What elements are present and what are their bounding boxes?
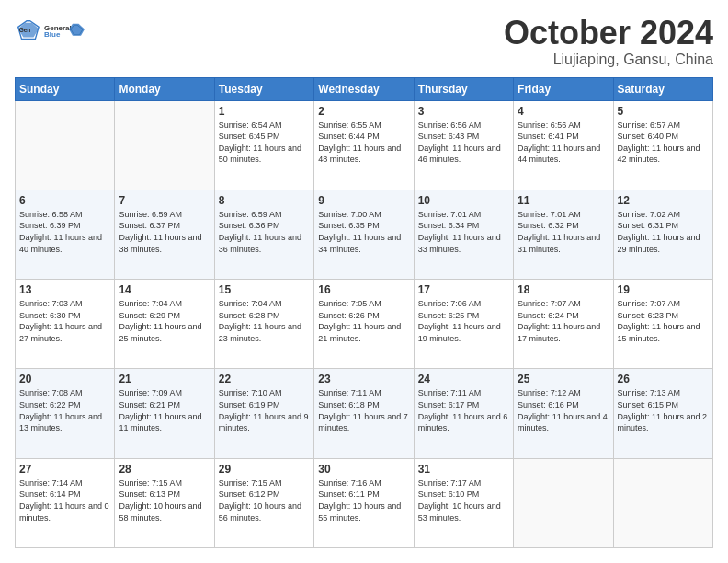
sunrise-label: Sunrise: 6:58 AM	[19, 210, 83, 219]
title-area: October 2024 Liujiaping, Gansu, China	[504, 15, 713, 68]
day-number: 5	[618, 105, 709, 118]
day-number: 8	[219, 194, 310, 207]
sunset-label: Sunset: 6:26 PM	[318, 311, 380, 320]
day-detail: Sunrise: 6:59 AM Sunset: 6:37 PM Dayligh…	[119, 209, 210, 255]
day-detail: Sunrise: 7:16 AM Sunset: 6:11 PM Dayligh…	[318, 477, 409, 523]
sunrise-label: Sunrise: 7:01 AM	[518, 210, 581, 219]
calendar-cell: 3 Sunrise: 6:56 AM Sunset: 6:43 PM Dayli…	[414, 100, 513, 190]
daylight-label: Daylight: 11 hours and 48 minutes.	[318, 144, 401, 165]
sunset-label: Sunset: 6:40 PM	[618, 132, 679, 141]
calendar-cell: 23 Sunrise: 7:11 AM Sunset: 6:18 PM Dayl…	[314, 369, 414, 458]
calendar-cell: 25 Sunrise: 7:12 AM Sunset: 6:16 PM Dayl…	[514, 369, 613, 458]
daylight-label: Daylight: 11 hours and 0 minutes.	[19, 501, 109, 523]
day-number: 24	[418, 373, 509, 385]
day-detail: Sunrise: 7:15 AM Sunset: 6:13 PM Dayligh…	[119, 477, 210, 523]
day-number: 30	[318, 463, 409, 476]
sunset-label: Sunset: 6:12 PM	[219, 489, 280, 499]
day-detail: Sunrise: 7:00 AM Sunset: 6:35 PM Dayligh…	[318, 209, 409, 255]
day-number: 4	[518, 105, 609, 118]
sunrise-label: Sunrise: 6:56 AM	[518, 121, 581, 130]
calendar-cell	[613, 458, 712, 547]
day-number: 1	[219, 105, 310, 118]
calendar-week-4: 20 Sunrise: 7:08 AM Sunset: 6:22 PM Dayl…	[16, 369, 713, 458]
calendar-cell: 14 Sunrise: 7:04 AM Sunset: 6:29 PM Dayl…	[115, 280, 214, 369]
sunrise-label: Sunrise: 7:09 AM	[119, 388, 182, 397]
daylight-label: Daylight: 11 hours and 44 minutes.	[518, 144, 600, 165]
daylight-label: Daylight: 11 hours and 46 minutes.	[418, 144, 501, 165]
sunset-label: Sunset: 6:35 PM	[318, 221, 380, 230]
sunrise-label: Sunrise: 7:10 AM	[219, 388, 282, 397]
header-cell-wednesday: Wednesday	[314, 77, 414, 100]
sunrise-label: Sunrise: 6:55 AM	[318, 121, 381, 130]
day-detail: Sunrise: 7:01 AM Sunset: 6:34 PM Dayligh…	[418, 209, 509, 255]
sunrise-label: Sunrise: 7:00 AM	[318, 210, 381, 219]
sunrise-label: Sunrise: 7:11 AM	[318, 388, 381, 397]
sunset-label: Sunset: 6:37 PM	[119, 221, 180, 230]
day-detail: Sunrise: 6:57 AM Sunset: 6:40 PM Dayligh…	[618, 120, 709, 166]
sunrise-label: Sunrise: 7:04 AM	[219, 299, 282, 308]
logo-text-block: General Blue	[44, 15, 85, 47]
sunrise-label: Sunrise: 7:07 AM	[518, 299, 581, 308]
day-number: 31	[418, 463, 509, 476]
sunrise-label: Sunrise: 7:15 AM	[119, 478, 182, 488]
day-number: 25	[518, 373, 609, 385]
day-number: 15	[219, 283, 310, 296]
daylight-label: Daylight: 11 hours and 17 minutes.	[518, 322, 600, 343]
sunset-label: Sunset: 6:15 PM	[618, 400, 679, 409]
calendar-cell: 1 Sunrise: 6:54 AM Sunset: 6:45 PM Dayli…	[214, 100, 313, 190]
sunrise-label: Sunrise: 7:15 AM	[219, 478, 282, 488]
day-number: 11	[518, 194, 609, 207]
calendar-cell: 22 Sunrise: 7:10 AM Sunset: 6:19 PM Dayl…	[214, 369, 313, 458]
day-detail: Sunrise: 7:01 AM Sunset: 6:32 PM Dayligh…	[518, 209, 609, 255]
daylight-label: Daylight: 11 hours and 9 minutes.	[219, 412, 309, 433]
sunset-label: Sunset: 6:10 PM	[418, 489, 480, 499]
day-detail: Sunrise: 6:56 AM Sunset: 6:43 PM Dayligh…	[418, 120, 509, 166]
daylight-label: Daylight: 11 hours and 36 minutes.	[219, 233, 301, 254]
daylight-label: Daylight: 11 hours and 19 minutes.	[418, 322, 501, 343]
day-detail: Sunrise: 6:58 AM Sunset: 6:39 PM Dayligh…	[19, 209, 110, 255]
calendar-cell: 19 Sunrise: 7:07 AM Sunset: 6:23 PM Dayl…	[613, 280, 712, 369]
day-number: 10	[418, 194, 509, 207]
day-number: 9	[318, 194, 409, 207]
header: Gen General Blue October 2024 Liujiaping…	[15, 15, 713, 68]
logo-svg: General Blue	[44, 15, 85, 47]
calendar-cell	[115, 100, 214, 190]
day-number: 13	[19, 283, 110, 296]
sunrise-label: Sunrise: 7:08 AM	[19, 388, 83, 397]
day-detail: Sunrise: 7:04 AM Sunset: 6:29 PM Dayligh…	[119, 298, 210, 344]
calendar-cell: 20 Sunrise: 7:08 AM Sunset: 6:22 PM Dayl…	[16, 369, 115, 458]
daylight-label: Daylight: 11 hours and 31 minutes.	[518, 233, 600, 254]
daylight-label: Daylight: 11 hours and 6 minutes.	[418, 412, 508, 433]
calendar-cell: 9 Sunrise: 7:00 AM Sunset: 6:35 PM Dayli…	[314, 190, 414, 279]
sunset-label: Sunset: 6:13 PM	[119, 489, 180, 499]
sunrise-label: Sunrise: 7:07 AM	[618, 299, 681, 308]
day-detail: Sunrise: 7:06 AM Sunset: 6:25 PM Dayligh…	[418, 298, 509, 344]
sunset-label: Sunset: 6:43 PM	[418, 132, 480, 141]
day-detail: Sunrise: 7:09 AM Sunset: 6:21 PM Dayligh…	[119, 387, 210, 433]
sunset-label: Sunset: 6:21 PM	[119, 400, 180, 409]
sunrise-label: Sunrise: 6:54 AM	[219, 121, 282, 130]
day-detail: Sunrise: 7:10 AM Sunset: 6:19 PM Dayligh…	[219, 387, 310, 433]
calendar-cell	[16, 100, 115, 190]
sunrise-label: Sunrise: 7:12 AM	[518, 388, 581, 397]
calendar-cell: 28 Sunrise: 7:15 AM Sunset: 6:13 PM Dayl…	[115, 458, 214, 547]
daylight-label: Daylight: 11 hours and 21 minutes.	[318, 322, 401, 343]
header-cell-thursday: Thursday	[414, 77, 513, 100]
calendar-cell	[514, 458, 613, 547]
calendar-cell: 31 Sunrise: 7:17 AM Sunset: 6:10 PM Dayl…	[414, 458, 513, 547]
sunset-label: Sunset: 6:45 PM	[219, 132, 280, 141]
sunset-label: Sunset: 6:24 PM	[518, 311, 579, 320]
day-detail: Sunrise: 7:14 AM Sunset: 6:14 PM Dayligh…	[19, 477, 110, 523]
day-number: 29	[219, 463, 310, 476]
day-detail: Sunrise: 7:04 AM Sunset: 6:28 PM Dayligh…	[219, 298, 310, 344]
day-number: 26	[618, 373, 709, 385]
sunset-label: Sunset: 6:41 PM	[518, 132, 579, 141]
calendar-cell: 13 Sunrise: 7:03 AM Sunset: 6:30 PM Dayl…	[16, 280, 115, 369]
daylight-label: Daylight: 11 hours and 33 minutes.	[418, 233, 501, 254]
calendar-week-3: 13 Sunrise: 7:03 AM Sunset: 6:30 PM Dayl…	[16, 280, 713, 369]
calendar-cell: 21 Sunrise: 7:09 AM Sunset: 6:21 PM Dayl…	[115, 369, 214, 458]
sunrise-label: Sunrise: 6:59 AM	[119, 210, 182, 219]
sunset-label: Sunset: 6:28 PM	[219, 311, 280, 320]
calendar-cell: 17 Sunrise: 7:06 AM Sunset: 6:25 PM Dayl…	[414, 280, 513, 369]
daylight-label: Daylight: 11 hours and 50 minutes.	[219, 144, 301, 165]
